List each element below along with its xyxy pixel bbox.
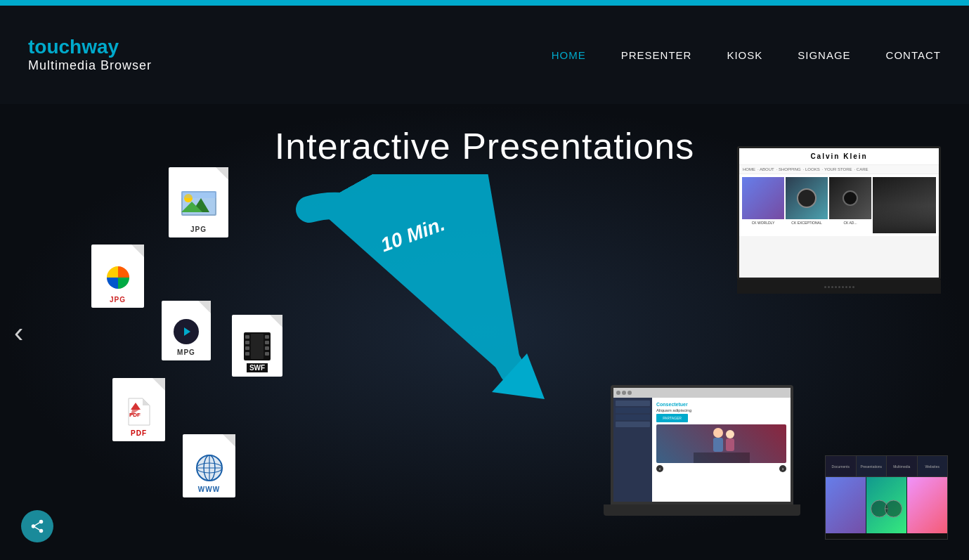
svg-line-39 [35,523,39,526]
ck-nav: HOME · ABOUT · SHOPPING · LOOKS · YOUR S… [739,165,939,174]
ck-brand: Calvin Klein [739,148,939,165]
header: touchway Multimedia Browser HOME PRESENT… [0,6,969,104]
monitor-mockup: Calvin Klein HOME · ABOUT · SHOPPING · L… [737,146,941,308]
ck-nav-item: · YOUR STORE [822,167,852,171]
nav-home[interactable]: HOME [552,49,586,61]
ck-col-label-3: CK AD... [843,221,857,225]
logo-area: touchway Multimedia Browser [28,37,152,73]
svg-rect-28 [713,438,723,452]
ck-product-2: CK EXCEPTIONAL [786,177,828,233]
pdf-label: PDF [131,429,147,437]
nav-contact[interactable]: CONTACT [886,49,941,61]
ck-product-img-2 [786,177,828,219]
ck-product-4 [873,177,936,233]
sec-col-3: Multimedia [887,456,918,476]
browser-content: Consectetuer Aliquam adipiscing PARTAGER [613,398,791,502]
ck-product-img-1 [742,177,784,219]
www-label: WWW [198,486,220,493]
svg-rect-10 [245,341,249,344]
browser-btn: PARTAGER [663,416,682,420]
browser-sidebar [613,398,652,502]
monitor-dots [824,286,854,288]
sec-col-2: Presentations [857,456,887,476]
devices-area: Calvin Klein HOME · ABOUT · SHOPPING · L… [604,146,969,540]
share-button[interactable] [21,510,53,542]
sec-col-4: Websites [918,456,948,476]
ck-col-label-1: CK WORLDLY [752,221,775,225]
monitor-screen: Calvin Klein HOME · ABOUT · SHOPPING · L… [737,146,941,280]
ck-nav-item: · LOOKS [803,167,820,171]
jpg-file-icon: JPG [169,167,228,237]
browser-bar [613,388,791,398]
svg-point-35 [39,520,44,524]
svg-line-38 [35,527,39,530]
nav-kiosk[interactable]: KIOSK [727,49,762,61]
svg-rect-17 [251,334,264,359]
secondary-images-grid: Documents Presentations Multimedia Websi… [825,455,948,540]
monitor-stand [737,280,941,294]
ck-product-3: CK AD... [829,177,871,233]
sec-top-row: Documents Presentations Multimedia Websi… [826,456,947,477]
laptop-base [604,504,800,516]
ck-nav-item: HOME [743,167,755,171]
share-icon [30,519,45,534]
swf-label: SWF [247,363,268,372]
sec-col-1: Documents [826,456,857,476]
ck-nav-item: · ABOUT [757,167,774,171]
curved-arrow [267,174,590,413]
ck-product-1: CK WORLDLY [742,177,784,233]
jpg-label: JPG [190,226,207,233]
prev-arrow[interactable]: ‹ [14,316,23,348]
ppt-label: JPG [110,296,126,304]
svg-point-37 [39,529,44,533]
main-content: Interactive Presentations ‹ JPG [0,104,969,560]
svg-rect-11 [245,346,249,350]
laptop-mockup: Consectetuer Aliquam adipiscing PARTAGER [604,385,800,540]
sec-bottom-img [826,477,947,533]
mpg-label: MPG [177,349,195,356]
www-file-icon: WWW [183,434,235,497]
nav-signage[interactable]: SIGNAGE [798,49,850,61]
top-accent-bar [0,0,969,6]
svg-point-36 [32,524,36,528]
nav-presenter[interactable]: PRESENTER [621,49,692,61]
ck-nav-item: · CARE [854,167,869,171]
svg-marker-7 [184,327,190,336]
ck-products: CK WORLDLY CK EXCEPTIONAL [739,174,939,236]
browser-heading: Consectetuer [656,402,786,407]
pdf-file-icon: PDF PDF [112,378,165,441]
svg-point-27 [713,428,723,438]
browser-main: Consectetuer Aliquam adipiscing PARTAGER [652,398,791,502]
ck-product-img-4 [873,177,936,233]
ppt-file-icon: JPG [91,245,144,308]
ck-product-img-3 [829,177,871,219]
svg-rect-6 [181,191,216,198]
svg-rect-12 [245,352,249,356]
logo-subtitle: Multimedia Browser [28,58,152,73]
logo-brand-accent: way [82,36,119,58]
ck-col-label-2: CK EXCEPTIONAL [791,221,821,225]
svg-rect-31 [694,452,750,463]
browser-subheading: Aliquam adipiscing [656,408,786,412]
svg-point-29 [726,430,734,438]
logo-text: touchway [28,37,152,58]
laptop-screen: Consectetuer Aliquam adipiscing PARTAGER [611,385,793,504]
mpg-file-icon: MPG [162,301,211,360]
logo-brand-first: touch [28,36,82,58]
ck-nav-item: · SHOPPING [776,167,801,171]
people-image [656,424,786,463]
svg-rect-30 [726,438,734,451]
browser-main-img [656,424,786,463]
main-nav: HOME PRESENTER KIOSK SIGNAGE CONTACT [552,49,941,61]
svg-rect-9 [245,335,249,339]
